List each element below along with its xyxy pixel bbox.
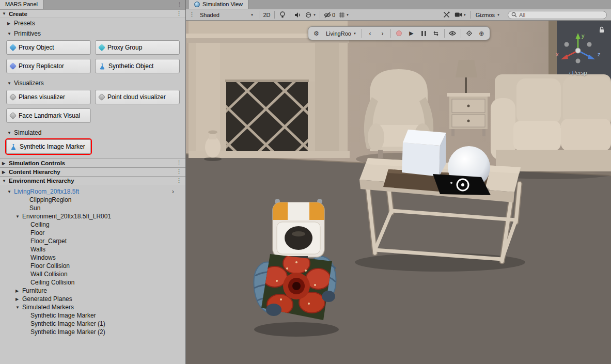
tree-item-label: Floor_Carpet <box>30 238 67 245</box>
face-landmark-label: Face Landmark Visual <box>19 112 80 119</box>
foldout-open-icon[interactable]: ▼ <box>15 305 22 310</box>
simulation-controls-overlay: ⚙ LivingRoo ▼ ‹ › ▶ <box>308 26 490 40</box>
foldout-presets[interactable]: ▶ Presets <box>0 18 185 28</box>
chevron-right-icon[interactable]: › <box>172 187 174 196</box>
tree-item-windows[interactable]: Windows <box>0 254 185 262</box>
scene-visibility-button[interactable]: 0 <box>322 10 337 20</box>
synthetic-image-marker-button[interactable]: Synthetic Image Marker <box>6 139 91 154</box>
pause-button[interactable] <box>418 28 430 39</box>
play-button[interactable]: ▶ <box>405 28 417 39</box>
loop-button[interactable] <box>430 28 442 39</box>
proxy-replicator-button[interactable]: Proxy Replicator <box>6 59 91 73</box>
projection-chevron-icon: ‹ <box>569 70 570 76</box>
foldout-visualizers[interactable]: ▼ Visualizers <box>0 78 185 88</box>
tree-item-floor-carpet[interactable]: Floor_Carpet <box>0 237 185 245</box>
tree-item-clippingregion[interactable]: ClippingRegion <box>0 196 185 204</box>
section-create-menu-icon[interactable]: ⋮ <box>176 10 182 17</box>
axis-negative-handle[interactable] <box>565 42 569 47</box>
camera-settings-button[interactable]: ▼ <box>453 10 468 20</box>
synthetic-object-button[interactable]: Synthetic Object <box>95 59 180 73</box>
foldout-open-icon[interactable]: ▼ <box>2 179 9 183</box>
diamond-icon <box>466 30 473 37</box>
point-cloud-visualizer-button[interactable]: Point cloud visualizer <box>95 90 180 104</box>
scene-sofa[interactable] <box>489 74 611 179</box>
tree-item-livingroom[interactable]: ▼ LivingRoom_20ftx18.5ft › <box>0 187 185 196</box>
foldout-closed-icon[interactable]: ▶ <box>15 297 22 302</box>
tree-item-environment[interactable]: ▼ Environment_20ftx18.5ft_LR001 <box>0 212 185 220</box>
foldout-closed-icon[interactable]: ▶ <box>2 161 9 166</box>
tab-mars-panel[interactable]: MARS Panel <box>0 0 43 9</box>
foldout-primitives[interactable]: ▼ Primitives <box>0 28 185 39</box>
scene-cube[interactable] <box>402 130 446 177</box>
tree-item-synthetic-image-marker-1[interactable]: Synthetic Image Marker (1) <box>0 320 185 328</box>
tree-item-label: Generated Planes <box>22 295 72 303</box>
environment-dropdown[interactable]: LivingRoo ▼ <box>323 28 359 39</box>
y-axis-label: y <box>582 33 585 39</box>
component-tools-button[interactable] <box>442 10 452 20</box>
environment-dropdown-label: LivingRoo <box>326 30 351 37</box>
section-create[interactable]: ▼ Create ⋮ <box>0 9 185 18</box>
section-menu-icon[interactable]: ⋮ <box>176 160 182 166</box>
section-menu-icon[interactable]: ⋮ <box>176 177 182 184</box>
projection-toggle[interactable]: ‹Persp <box>552 70 604 76</box>
viewport-search[interactable] <box>508 11 607 19</box>
scene-image-marker-flower[interactable] <box>261 253 335 320</box>
tree-item-synthetic-image-marker-2[interactable]: Synthetic Image Marker (2) <box>0 328 185 336</box>
search-input[interactable] <box>519 12 597 18</box>
audio-toggle-button[interactable] <box>292 10 303 20</box>
proxy-group-button[interactable]: Proxy Group <box>95 40 180 55</box>
tree-item-ceiling-collision[interactable]: Ceiling Collision <box>0 278 185 287</box>
settings-button[interactable]: ⚙ <box>310 28 322 39</box>
tree-item-sun[interactable]: Sun <box>0 204 185 212</box>
next-environment-button[interactable]: › <box>377 28 388 39</box>
foldout-open-icon[interactable]: ▼ <box>7 31 14 36</box>
scene-canvas[interactable] <box>186 21 611 364</box>
foldout-open-icon[interactable]: ▼ <box>2 11 9 16</box>
tree-item-furniture[interactable]: ▶ Furniture <box>0 287 185 295</box>
axis-gizmo[interactable]: y x z <box>552 31 604 68</box>
record-button[interactable] <box>393 28 405 39</box>
foldout-open-icon[interactable]: ▼ <box>15 214 22 219</box>
proxy-object-button[interactable]: Proxy Object <box>6 40 91 55</box>
isolate-view-button[interactable] <box>463 28 475 39</box>
section-content-hierarchy[interactable]: ▶ Content Hierarchy ⋮ <box>0 167 185 176</box>
tree-item-floor[interactable]: Floor <box>0 229 185 237</box>
tree-item-floor-collision[interactable]: Floor Collision <box>0 262 185 270</box>
foldout-open-icon[interactable]: ▼ <box>7 81 14 86</box>
toolbar-menu-icon[interactable]: ⋮ <box>187 11 196 18</box>
foldout-simulated[interactable]: ▼ Simulated <box>0 128 185 138</box>
section-environment-hierarchy[interactable]: ▼ Environment Hierarchy ⋮ <box>0 176 185 185</box>
view-visibility-button[interactable] <box>447 28 459 39</box>
tab-simulation-view[interactable]: Simulation View <box>189 0 248 9</box>
gizmos-dropdown[interactable]: Gizmos ▼ <box>473 10 503 20</box>
previous-environment-button[interactable]: ‹ <box>364 28 376 39</box>
tools-icon <box>443 11 450 18</box>
tree-item-wall-collision[interactable]: Wall Collision <box>0 270 185 278</box>
foldout-closed-icon[interactable]: ▶ <box>7 21 14 26</box>
shading-mode-dropdown[interactable]: Shaded ▼ <box>197 10 257 20</box>
foldout-closed-icon[interactable]: ▶ <box>2 170 9 175</box>
lighting-toggle-button[interactable] <box>277 10 288 20</box>
2d-toggle-button[interactable]: 2D <box>261 10 272 20</box>
tree-item-synthetic-image-marker[interactable]: Synthetic Image Marker <box>0 311 185 320</box>
gizmo-center[interactable] <box>575 48 581 53</box>
foldout-closed-icon[interactable]: ▶ <box>15 289 22 293</box>
axis-negative-handle[interactable] <box>587 42 592 47</box>
foldout-open-icon[interactable]: ▼ <box>7 189 14 194</box>
section-simulation-controls[interactable]: ▶ Simulation Controls ⋮ <box>0 159 185 167</box>
tree-item-generated-planes[interactable]: ▶ Generated Planes <box>0 295 185 303</box>
foldout-open-icon[interactable]: ▼ <box>7 131 14 135</box>
tree-item-simulated-markers[interactable]: ▼ Simulated Markers <box>0 303 185 311</box>
axis-negative-y-handle[interactable] <box>576 59 581 64</box>
face-landmark-visualizer-button[interactable]: Face Landmark Visual <box>6 108 91 123</box>
tree-item-ceiling[interactable]: Ceiling <box>0 220 185 229</box>
tree-item-walls[interactable]: Walls <box>0 245 185 254</box>
effects-dropdown-button[interactable]: ▼ <box>304 10 318 20</box>
orientation-gizmo[interactable]: y x z ‹Persp <box>552 31 604 76</box>
panel-menu-icon[interactable]: ⋮ <box>177 1 182 8</box>
simulation-viewport[interactable]: ⚙ LivingRoo ▼ ‹ › ▶ <box>186 21 611 364</box>
section-menu-icon[interactable]: ⋮ <box>176 168 182 175</box>
frame-selected-button[interactable]: ⊕ <box>476 28 488 39</box>
planes-visualizer-button[interactable]: Planes visualizer <box>6 90 91 104</box>
grid-dropdown-button[interactable]: ▼ <box>337 10 351 20</box>
